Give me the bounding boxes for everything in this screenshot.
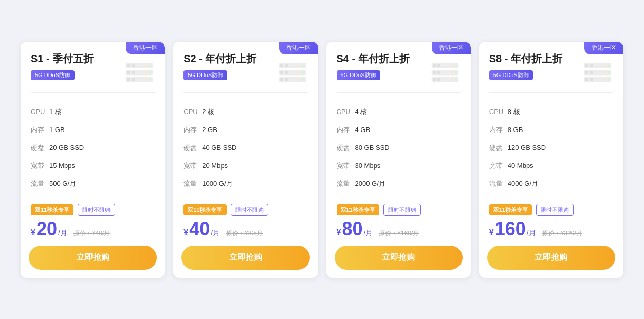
promo-tag-sale: 双11秒杀专享: [337, 204, 379, 215]
buy-button[interactable]: 立即抢购: [181, 246, 309, 270]
divider: [337, 92, 461, 93]
spec-value: 40 GB SSD: [202, 144, 236, 152]
spec-row: 流量 2000 G/月: [337, 175, 461, 193]
buy-button[interactable]: 立即抢购: [29, 246, 157, 270]
svg-rect-13: [145, 78, 148, 81]
specs-section: CPU 2 核 内存 2 GB 硬盘 40 GB SSD 宽带 20 Mbps …: [173, 98, 318, 198]
spec-row: 宽带 15 Mbps: [31, 157, 155, 175]
price-symbol: ¥: [31, 228, 35, 237]
ddos-badge: 5G DDoS防御: [489, 70, 533, 80]
svg-rect-16: [280, 64, 283, 67]
price-row: ¥ 80 /月 原价：¥160/月: [326, 216, 471, 240]
spec-label: 流量: [31, 179, 49, 189]
svg-rect-53: [603, 71, 606, 74]
svg-rect-9: [149, 71, 152, 74]
spec-value: 4 核: [355, 107, 367, 117]
spec-label: 硬盘: [183, 143, 202, 153]
spec-label: 流量: [489, 179, 508, 189]
svg-rect-27: [285, 78, 288, 81]
svg-rect-8: [145, 71, 148, 74]
ddos-badge: 5G DDoS防御: [337, 70, 380, 80]
pricing-cards: 香港一区 S1 - 季付五折 5G DDoS防御: [10, 31, 634, 288]
price-row: ¥ 160 /月 原价：¥320/月: [479, 216, 623, 240]
price-number: 20: [36, 220, 57, 238]
svg-rect-23: [298, 71, 301, 74]
spec-row: CPU 2 核: [183, 103, 307, 121]
buy-button[interactable]: 立即抢购: [487, 246, 615, 270]
current-price: ¥ 80 /月: [337, 220, 373, 238]
spec-label: 硬盘: [489, 143, 508, 153]
divider: [183, 92, 307, 93]
specs-section: CPU 8 核 内存 8 GB 硬盘 120 GB SSD 宽带 40 Mbps…: [479, 98, 623, 198]
promo-tag-sale: 双11秒杀专享: [489, 204, 532, 215]
svg-rect-26: [280, 78, 283, 81]
spec-value: 500 G/月: [49, 179, 76, 189]
spec-value: 2 GB: [202, 126, 217, 134]
svg-rect-39: [455, 71, 457, 74]
spec-row: 宽带 40 Mbps: [489, 157, 613, 175]
spec-row: 流量 500 G/月: [31, 175, 155, 193]
price-symbol: ¥: [337, 228, 341, 237]
spec-row: 硬盘 40 GB SSD: [183, 139, 307, 157]
specs-section: CPU 1 核 内存 1 GB 硬盘 20 GB SSD 宽带 15 Mbps …: [21, 98, 165, 198]
original-price: 原价：¥320/月: [542, 229, 582, 238]
region-badge: 香港一区: [584, 42, 623, 54]
spec-label: 宽带: [31, 161, 49, 171]
promo-row: 双11秒杀专享 限时不限购: [21, 198, 165, 216]
spec-value: 1000 G/月: [202, 179, 232, 189]
svg-rect-52: [590, 71, 593, 74]
current-price: ¥ 40 /月: [183, 220, 220, 238]
promo-tag-sale: 双11秒杀专享: [183, 204, 226, 215]
spec-row: 宽带 20 Mbps: [183, 157, 307, 175]
promo-tag-unlimited: 限时不限购: [383, 204, 421, 216]
svg-rect-51: [585, 71, 588, 74]
price-number: 40: [189, 220, 210, 238]
svg-rect-17: [285, 64, 288, 67]
spec-row: 流量 1000 G/月: [183, 175, 307, 193]
current-price: ¥ 20 /月: [31, 220, 67, 238]
price-symbol: ¥: [183, 228, 188, 237]
svg-rect-33: [451, 64, 453, 67]
divider: [31, 92, 155, 93]
price-symbol: ¥: [489, 228, 494, 237]
spec-row: CPU 1 核: [31, 103, 155, 121]
svg-rect-48: [603, 64, 606, 67]
spec-value: 120 GB SSD: [508, 144, 546, 152]
spec-row: 宽带 30 Mbps: [337, 157, 461, 175]
svg-rect-21: [280, 71, 283, 74]
current-price: ¥ 160 /月: [489, 220, 536, 238]
spec-label: 宽带: [489, 161, 508, 171]
svg-rect-1: [127, 64, 130, 67]
spec-label: 内存: [31, 125, 49, 135]
svg-rect-43: [451, 78, 453, 81]
svg-rect-7: [132, 71, 135, 74]
spec-value: 30 Mbps: [355, 162, 381, 170]
card-s4: 香港一区 S4 - 年付折上折 5G DDoS防御: [326, 42, 471, 278]
svg-rect-38: [451, 71, 453, 74]
spec-row: 内存 1 GB: [31, 121, 155, 139]
price-row: ¥ 40 /月 原价：¥80/月: [173, 216, 318, 240]
spec-value: 1 核: [49, 107, 62, 117]
spec-value: 20 Mbps: [202, 162, 228, 170]
svg-rect-56: [585, 78, 588, 81]
promo-row: 双11秒杀专享 限时不限购: [173, 198, 318, 216]
server-icon: [430, 62, 461, 88]
spec-value: 2 核: [202, 107, 214, 117]
buy-button[interactable]: 立即抢购: [335, 246, 463, 270]
spec-label: 硬盘: [337, 143, 355, 153]
spec-value: 4000 G/月: [508, 179, 538, 189]
spec-row: CPU 4 核: [337, 103, 461, 121]
specs-section: CPU 4 核 内存 4 GB 硬盘 80 GB SSD 宽带 30 Mbps …: [326, 98, 471, 198]
svg-rect-36: [433, 71, 436, 74]
spec-label: CPU: [337, 108, 355, 116]
server-icon: [124, 62, 155, 88]
original-price: 原价：¥80/月: [226, 229, 263, 238]
spec-value: 2000 G/月: [355, 179, 385, 189]
price-unit: /月: [527, 229, 536, 238]
svg-rect-59: [608, 78, 610, 81]
svg-rect-29: [302, 78, 304, 81]
spec-value: 8 GB: [508, 126, 523, 134]
svg-rect-11: [127, 78, 130, 81]
price-number: 160: [495, 220, 526, 238]
spec-row: 硬盘 20 GB SSD: [31, 139, 155, 157]
